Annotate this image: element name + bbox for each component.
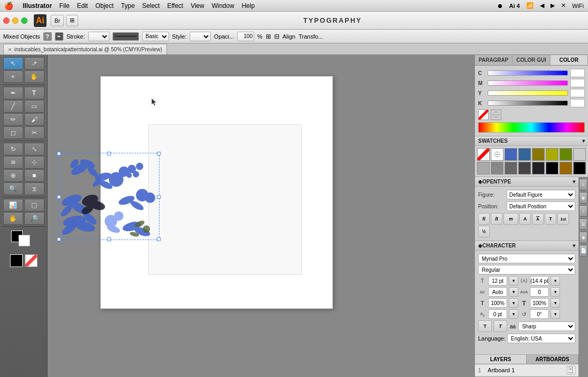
bridge-button[interactable]: Br [51, 15, 64, 26]
envelope-icon[interactable]: ⊞ [266, 33, 271, 40]
tab-color[interactable]: COLOR [550, 55, 588, 65]
style-select[interactable] [190, 32, 211, 41]
y-slider[interactable] [488, 90, 568, 96]
nav-back[interactable]: ◀ [540, 2, 544, 9]
font-size-dd[interactable]: ▾ [509, 276, 518, 286]
artboard[interactable] [100, 76, 333, 309]
character-header[interactable]: ◆ CHARACTER ▾ [475, 241, 578, 251]
swatch-gray1[interactable] [477, 162, 490, 174]
hand-tool[interactable]: 🖐 [3, 212, 23, 225]
canvas-area[interactable] [48, 55, 474, 377]
layer-page-icon[interactable] [567, 366, 575, 374]
apple-menu[interactable]: 🍎 [4, 2, 13, 10]
pan-tool[interactable]: ✋ [24, 70, 44, 83]
rect-tool[interactable]: ▭ [24, 100, 44, 113]
color-none-swatch[interactable] [478, 109, 489, 120]
scissors-tool[interactable]: ✂ [24, 126, 44, 139]
rotation-dd[interactable]: ▾ [550, 309, 560, 319]
swatch-brown[interactable] [559, 162, 572, 174]
close-btn[interactable]: ✕ [561, 2, 566, 9]
ot-t-titling[interactable]: T [545, 213, 556, 225]
swatch-black2[interactable] [573, 162, 586, 174]
transform-effect-icon[interactable]: ⊟ [274, 33, 279, 40]
ps-arrow[interactable]: ↕ [579, 205, 587, 217]
scale-tool[interactable]: ⤡ [24, 143, 44, 155]
figure-select[interactable]: Default Figure [507, 190, 575, 199]
kerning-input[interactable] [488, 287, 507, 297]
swatch-dark[interactable] [532, 162, 545, 174]
direct-select-tool[interactable]: ↗ [24, 57, 44, 70]
blend-tool[interactable]: ⧖ [24, 182, 44, 195]
none-color[interactable] [25, 254, 38, 267]
stroke-value-select[interactable] [88, 32, 109, 41]
close-light[interactable] [3, 17, 10, 24]
c-value[interactable] [570, 69, 585, 77]
color-spectrum[interactable] [478, 122, 585, 133]
swatch-lightgray[interactable] [573, 148, 586, 161]
handle-mid-left[interactable] [57, 195, 61, 199]
document-tab[interactable]: ✕ instucables_botanicalpatterntutorial.a… [3, 44, 167, 54]
opacity-input[interactable] [237, 32, 254, 41]
swatch-blue2[interactable] [518, 148, 531, 161]
tracking-input[interactable] [530, 287, 549, 297]
antialiasing-select[interactable]: Sharp [518, 321, 575, 331]
m-slider[interactable] [488, 80, 568, 86]
ot-ordinal[interactable]: 1st [557, 213, 569, 225]
swatch-green[interactable] [559, 148, 572, 161]
shape-builder-tool[interactable]: ⊕ [3, 169, 23, 182]
eraser-tool[interactable]: ◻ [3, 126, 23, 139]
ot-a-sc[interactable]: A [519, 213, 531, 225]
select-tool[interactable]: ↖ [3, 57, 23, 70]
italic-btn[interactable]: T [493, 320, 507, 332]
color-crosshair-swatch[interactable] [491, 109, 501, 120]
swatch-gray3[interactable] [505, 162, 517, 174]
baseline-input[interactable] [488, 309, 507, 319]
hscale-dd[interactable]: ▾ [509, 298, 518, 308]
swatches-header[interactable]: SWATCHES ▾ [475, 136, 588, 146]
swatch-crosshair[interactable] [491, 148, 503, 161]
artboard-tool[interactable]: ▢ [24, 199, 44, 212]
opentype-collapse[interactable]: ▾ [573, 179, 575, 185]
swatch-black[interactable] [546, 162, 558, 174]
swatch-olive[interactable] [532, 148, 545, 161]
layers-tab[interactable]: LAYERS [475, 355, 527, 364]
k-value[interactable] [570, 99, 585, 107]
lasso-tool[interactable]: ⌖ [3, 70, 23, 83]
background-color[interactable] [18, 235, 30, 246]
tab-paragraph[interactable]: PARAGRAP [475, 55, 512, 65]
font-style-select[interactable]: Regular [478, 265, 575, 274]
layer-row-1[interactable]: 1 Artboard 1 [475, 364, 578, 376]
nav-forward[interactable]: ▶ [550, 2, 555, 9]
ot-st[interactable]: ſt [491, 213, 502, 225]
pencil-tool[interactable]: ✏ [3, 113, 23, 126]
chart-tool[interactable]: 📊 [3, 199, 23, 212]
tab-close-icon[interactable]: ✕ [8, 47, 12, 52]
gradient-tool[interactable]: ■ [24, 169, 44, 182]
fill-color[interactable] [10, 254, 23, 267]
menu-view[interactable]: View [191, 2, 204, 10]
c-slider[interactable] [488, 70, 568, 76]
arrange-button[interactable]: ⊞ [66, 15, 78, 26]
position-select[interactable]: Default Position [507, 201, 575, 211]
vscale-input[interactable] [530, 298, 549, 308]
vscale-dd[interactable]: ▾ [550, 298, 560, 308]
handle-bot-left[interactable] [57, 237, 61, 241]
handle-top-left[interactable] [57, 152, 61, 155]
pen-tool[interactable]: ✒ [3, 87, 23, 99]
swatch-gray4[interactable] [518, 162, 531, 174]
swatch-yellow-green[interactable] [546, 148, 558, 161]
swatches-collapse[interactable]: ▾ [582, 138, 585, 144]
leading-input[interactable] [530, 276, 549, 286]
tracking-dd[interactable]: ▾ [550, 287, 560, 297]
k-slider[interactable] [488, 100, 568, 106]
language-select[interactable]: English: USA [507, 334, 575, 343]
ot-fraction[interactable]: ½ [478, 226, 490, 237]
text-tool[interactable]: T [24, 87, 44, 99]
ot-a-swash[interactable]: Ā [532, 213, 544, 225]
rotation-input[interactable] [530, 309, 549, 319]
artboards-tab[interactable]: ARTBOARDS [527, 355, 578, 364]
ps-page[interactable]: 📄 [579, 245, 587, 256]
ps-grid[interactable]: ⊞ [579, 218, 587, 230]
menu-select[interactable]: Select [142, 2, 160, 10]
font-size-input[interactable] [488, 276, 507, 286]
